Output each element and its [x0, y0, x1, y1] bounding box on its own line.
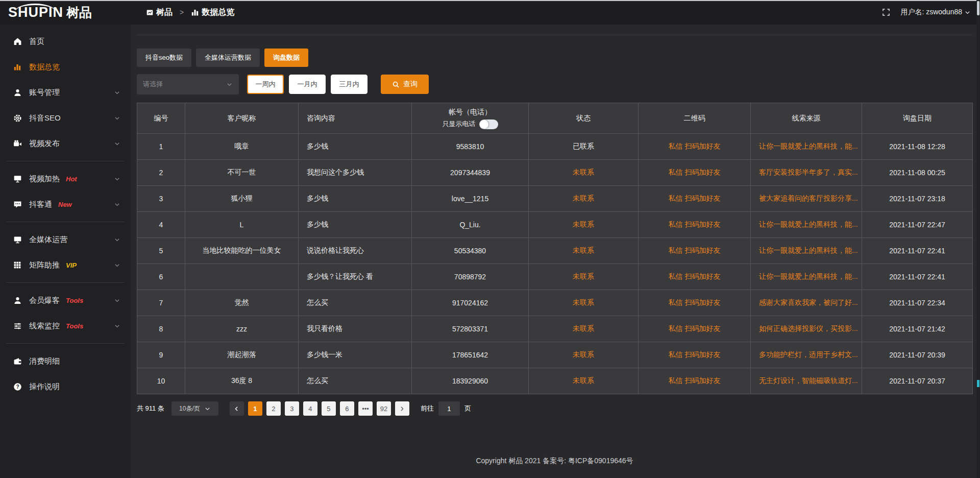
sidebar-badge: Hot [66, 175, 77, 183]
period-button-三月内[interactable]: 三月内 [331, 75, 368, 94]
cell-number: 10 [137, 368, 185, 394]
phone-only-toggle[interactable] [479, 119, 498, 129]
page-size-select[interactable]: 10条/页 [172, 401, 218, 416]
column-header-label: 帐号（电话） [449, 108, 492, 117]
cell-source-link[interactable]: 客厅安装投影半年多了，真实... [751, 160, 862, 186]
sidebar-item-account-management[interactable]: 账号管理 [0, 80, 131, 105]
sidebar-item-label: 矩阵助推 [29, 260, 60, 270]
sidebar-item-video-publish[interactable]: 视频发布 [0, 131, 131, 156]
cell-number: 7 [137, 290, 185, 316]
cell-content: 说说价格让我死心 [299, 238, 412, 264]
sidebar-item-video-heat[interactable]: 视频加热Hot [0, 166, 131, 192]
page-button-2[interactable]: 2 [266, 401, 281, 416]
query-button[interactable]: 查询 [381, 75, 429, 94]
sidebar-item-instructions[interactable]: ?操作说明 [0, 374, 131, 399]
cell-qr-links[interactable]: 私信 扫码加好友 [639, 316, 751, 342]
cell-qr-links[interactable]: 私信 扫码加好友 [639, 134, 751, 160]
tab-抖音seo数据[interactable]: 抖音seo数据 [137, 49, 191, 67]
page-button-3[interactable]: 3 [285, 401, 299, 416]
cell-status: 已联系 [529, 134, 639, 160]
sidebar-item-matrix-boost[interactable]: 矩阵助推VIP [0, 252, 131, 278]
sidebar-item-lead-monitor[interactable]: 线索监控Tools [0, 313, 131, 339]
page-button-5[interactable]: 5 [322, 401, 336, 416]
page-button-6[interactable]: 6 [340, 401, 354, 416]
cell-source-link[interactable]: 如何正确选择投影仪，买投影... [751, 316, 862, 342]
cell-qr-links[interactable]: 私信 扫码加好友 [639, 368, 751, 394]
cell-qr-links[interactable]: 私信 扫码加好友 [639, 238, 751, 264]
pagination: 共 911 条10条/页123456•••92前往页 [137, 401, 972, 416]
sidebar-item-home[interactable]: 首页 [0, 29, 131, 54]
column-header: 询盘日期 [862, 103, 973, 134]
sidebar-divider [6, 161, 125, 161]
scrollbar-thumb[interactable] [977, 1, 979, 15]
chevron-down-icon [204, 405, 211, 412]
cell-account: 50534380 [412, 238, 529, 264]
cell-content: 我只看价格 [299, 316, 412, 342]
cell-nickname: 哦章 [185, 134, 299, 160]
sidebar-item-label: 账号管理 [29, 88, 60, 98]
chevron-down-icon [114, 115, 120, 122]
page-button-4[interactable]: 4 [303, 401, 317, 416]
cell-qr-links[interactable]: 私信 扫码加好友 [639, 290, 751, 316]
cell-source-link[interactable]: 被大家追着问的客厅投影分享... [751, 186, 862, 212]
chat-bubble-icon [13, 200, 22, 209]
top-bar: SHUPIN 树品 树品 > 数据总览 用户名: zswodun88 [0, 0, 980, 25]
cell-qr-links[interactable]: 私信 扫码加好友 [639, 264, 751, 290]
sidebar-item-douketong[interactable]: 抖客通New [0, 192, 131, 217]
next-page-button[interactable] [395, 401, 409, 416]
cell-date: 2021-11-07 22:47 [862, 212, 973, 238]
goto-page-input[interactable] [438, 401, 460, 416]
cell-source-link[interactable]: 让你一眼就爱上的黑科技，能... [751, 238, 862, 264]
period-button-group: 一周内一月内三月内 [247, 75, 368, 94]
chevron-down-icon [114, 236, 120, 243]
breadcrumb-root[interactable]: 树品 [146, 7, 173, 18]
user-menu[interactable]: 用户名: zswodun88 [900, 8, 971, 17]
bar-chart-icon [191, 8, 199, 16]
more-pages-button[interactable]: ••• [358, 401, 373, 416]
goto-page-group: 前往页 [421, 401, 471, 416]
bar-chart-icon [13, 63, 22, 71]
cell-source-link[interactable]: 感谢大家喜欢我家，被问了好... [751, 290, 862, 316]
cell-source-link[interactable]: 多功能护栏灯，适用于乡村文... [751, 342, 862, 368]
sidebar-item-consumption-detail[interactable]: 消费明细 [0, 348, 131, 374]
table-row: 4L多少钱Q_Liu.未联系私信 扫码加好友让你一眼就爱上的黑科技，能...20… [137, 212, 973, 238]
page-button-92[interactable]: 92 [377, 401, 391, 416]
page-button-1[interactable]: 1 [248, 401, 262, 416]
cell-nickname: L [185, 212, 299, 238]
logo-text-cn: 树品 [66, 2, 92, 22]
table-row: 8zzz我只看价格572803371未联系私信 扫码加好友如何正确选择投影仪，买… [137, 316, 973, 342]
period-button-一月内[interactable]: 一月内 [289, 75, 326, 94]
home-icon [13, 37, 22, 46]
breadcrumb: 树品 > 数据总览 [146, 7, 234, 18]
sidebar-item-label: 消费明细 [29, 356, 60, 366]
tab-全媒体运营数据[interactable]: 全媒体运营数据 [196, 49, 260, 67]
cell-status: 未联系 [529, 342, 639, 368]
prev-page-button[interactable] [230, 401, 244, 416]
cell-account: 2097344839 [412, 160, 529, 186]
breadcrumb-current: 数据总览 [191, 7, 234, 18]
cell-source-link[interactable]: 让你一眼就爱上的黑科技，能... [751, 134, 862, 160]
table-row: 3狐小狸多少钱love__1215未联系私信 扫码加好友被大家追着问的客厅投影分… [137, 186, 973, 212]
person-icon [13, 296, 22, 305]
sidebar-item-douyin-seo[interactable]: 抖音SEO [0, 105, 131, 131]
page-scrollbar [976, 0, 980, 478]
inquiry-table: 编号客户昵称咨询内容帐号（电话）只显示电话状态二维码线索来源询盘日期1哦章多少钱… [137, 103, 973, 394]
topbar-right: 用户名: zswodun88 [882, 8, 980, 17]
period-button-一周内[interactable]: 一周内 [247, 75, 284, 94]
cell-qr-links[interactable]: 私信 扫码加好友 [639, 342, 751, 368]
sidebar-item-data-overview[interactable]: 数据总览 [0, 54, 131, 80]
cell-account: love__1215 [412, 186, 529, 212]
cell-qr-links[interactable]: 私信 扫码加好友 [639, 186, 751, 212]
tab-询盘数据[interactable]: 询盘数据 [264, 49, 308, 67]
cell-source-link[interactable]: 让你一眼就爱上的黑科技，能... [751, 264, 862, 290]
cell-source-link[interactable]: 让你一眼就爱上的黑科技，能... [751, 212, 862, 238]
gear-icon [13, 114, 22, 123]
sidebar-item-omni-media[interactable]: 全媒体运营 [0, 227, 131, 252]
sidebar-item-member-burst[interactable]: 会员爆客Tools [0, 288, 131, 313]
cell-qr-links[interactable]: 私信 扫码加好友 [639, 212, 751, 238]
fullscreen-icon[interactable] [882, 8, 890, 16]
filter-select[interactable]: 请选择 [137, 74, 239, 94]
cell-source-link[interactable]: 无主灯设计，智能磁吸轨道灯... [751, 368, 862, 394]
sidebar-item-label: 视频发布 [29, 139, 60, 149]
cell-qr-links[interactable]: 私信 扫码加好友 [639, 160, 751, 186]
